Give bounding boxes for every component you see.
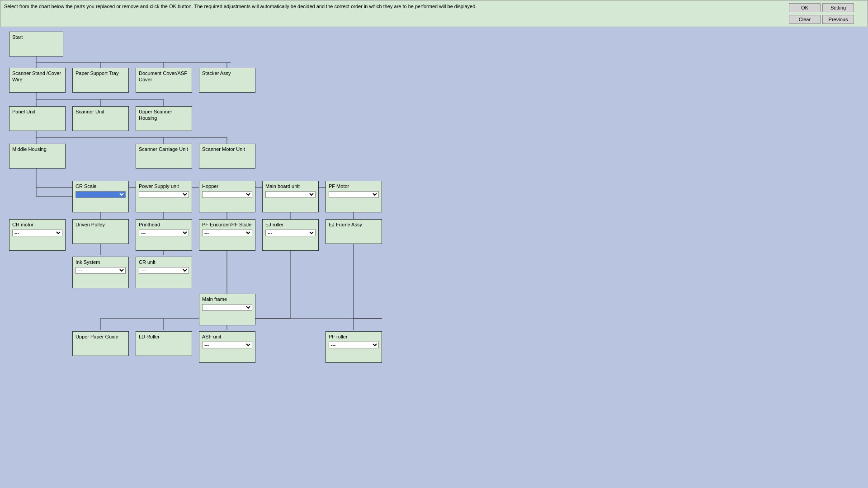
node-cr-motor: CR motor --- <box>9 219 66 251</box>
node-document-cover: Document Cover/ASF Cover <box>136 68 192 93</box>
printhead-label: Printhead <box>139 221 189 228</box>
main-board-select[interactable]: --- <box>265 191 316 198</box>
setting-button[interactable]: Setting <box>822 3 854 12</box>
cr-scale-label: CR Scale <box>75 183 126 189</box>
pf-motor-label: PF Motor <box>329 183 379 189</box>
document-cover-label: Document Cover/ASF Cover <box>139 70 189 83</box>
pf-roller-label: PF roller <box>329 333 379 340</box>
node-main-board: Main board unit --- <box>262 181 319 212</box>
printhead-select[interactable]: --- <box>139 230 189 236</box>
top-row-2: Clear Previous <box>789 15 865 24</box>
panel-unit-label: Panel Unit <box>12 108 62 115</box>
pf-roller-select[interactable]: --- <box>329 342 379 348</box>
hopper-select[interactable]: --- <box>202 191 252 198</box>
ej-roller-select[interactable]: --- <box>265 230 316 236</box>
node-pf-encoder: PF Encorder/PF Scale --- <box>199 219 255 251</box>
node-hopper: Hopper --- <box>199 181 255 212</box>
pf-motor-select[interactable]: --- <box>329 191 379 198</box>
main-board-label: Main board unit <box>265 183 316 189</box>
instruction-area: Select from the chart below the parts yo… <box>0 0 786 27</box>
clear-button[interactable]: Clear <box>789 15 821 24</box>
ld-roller-label: LD Roller <box>139 333 189 340</box>
node-scanner-motor: Scanner Motor Unit <box>199 144 255 169</box>
pf-encoder-label: PF Encorder/PF Scale <box>202 221 252 228</box>
power-supply-select[interactable]: --- <box>139 191 189 198</box>
top-row-1: OK Setting <box>789 3 865 12</box>
pf-encoder-select[interactable]: --- <box>202 230 252 236</box>
node-upper-paper-guide: Upper Paper Guide <box>72 331 129 356</box>
stacker-assy-label: Stacker Assy <box>202 70 252 76</box>
node-cr-scale: CR Scale --- <box>72 181 129 212</box>
node-upper-scanner-housing: Upper Scanner Housing <box>136 106 192 131</box>
node-ej-frame: EJ Frame Assy <box>326 219 382 244</box>
scanner-unit-label: Scanner Unit <box>75 108 126 115</box>
node-pf-motor: PF Motor --- <box>326 181 382 212</box>
main-frame-select[interactable]: --- <box>202 304 252 311</box>
cr-unit-label: CR unit <box>139 259 189 265</box>
cr-unit-select[interactable]: --- <box>139 267 189 274</box>
main-canvas: Start Scanner Stand /Cover Wire Paper Su… <box>0 27 868 488</box>
ej-roller-label: EJ roller <box>265 221 316 228</box>
cr-scale-select[interactable]: --- <box>75 191 126 198</box>
node-ej-roller: EJ roller --- <box>262 219 319 251</box>
cr-motor-label: CR motor <box>12 221 62 228</box>
instruction-text: Select from the chart below the parts yo… <box>4 4 476 9</box>
scanner-stand-label: Scanner Stand /Cover Wire <box>12 70 62 83</box>
paper-support-label: Paper Support Tray <box>75 70 126 76</box>
ink-system-select[interactable]: --- <box>75 267 126 274</box>
node-ink-system: Ink System --- <box>72 257 129 288</box>
upper-scanner-housing-label: Upper Scanner Housing <box>139 108 189 122</box>
node-stacker-assy: Stacker Assy <box>199 68 255 93</box>
ok-button[interactable]: OK <box>789 3 821 12</box>
node-asf-unit: ASF unit --- <box>199 331 255 363</box>
top-buttons: OK Setting Clear Previous <box>786 0 868 27</box>
node-scanner-unit: Scanner Unit <box>72 106 129 131</box>
node-pf-roller: PF roller --- <box>326 331 382 363</box>
middle-housing-label: Middle Housing <box>12 146 62 152</box>
cr-motor-select[interactable]: --- <box>12 230 62 236</box>
ej-frame-label: EJ Frame Assy <box>329 221 379 228</box>
main-frame-label: Main frame <box>202 296 252 302</box>
node-scanner-stand: Scanner Stand /Cover Wire <box>9 68 66 93</box>
scanner-motor-label: Scanner Motor Unit <box>202 146 252 152</box>
top-bar: Select from the chart below the parts yo… <box>0 0 868 27</box>
node-printhead: Printhead --- <box>136 219 192 251</box>
node-power-supply: Power Supply unit --- <box>136 181 192 212</box>
node-middle-housing: Middle Housing <box>9 144 66 169</box>
previous-button[interactable]: Previous <box>822 15 854 24</box>
node-ld-roller: LD Roller <box>136 331 192 356</box>
asf-unit-label: ASF unit <box>202 333 252 340</box>
node-paper-support: Paper Support Tray <box>72 68 129 93</box>
node-cr-unit: CR unit --- <box>136 257 192 288</box>
upper-paper-guide-label: Upper Paper Guide <box>75 333 126 340</box>
node-start-label: Start <box>12 34 60 40</box>
driven-pulley-label: Driven Pulley <box>75 221 126 228</box>
asf-unit-select[interactable]: --- <box>202 342 252 348</box>
canvas-inner: Start Scanner Stand /Cover Wire Paper Su… <box>0 27 651 416</box>
node-driven-pulley: Driven Pulley <box>72 219 129 244</box>
node-scanner-carriage: Scanner Carriage Unit <box>136 144 192 169</box>
node-panel-unit: Panel Unit <box>9 106 66 131</box>
ink-system-label: Ink System <box>75 259 126 265</box>
hopper-label: Hopper <box>202 183 252 189</box>
power-supply-label: Power Supply unit <box>139 183 189 189</box>
scanner-carriage-label: Scanner Carriage Unit <box>139 146 189 152</box>
node-main-frame: Main frame --- <box>199 294 255 325</box>
node-start: Start <box>9 32 63 56</box>
